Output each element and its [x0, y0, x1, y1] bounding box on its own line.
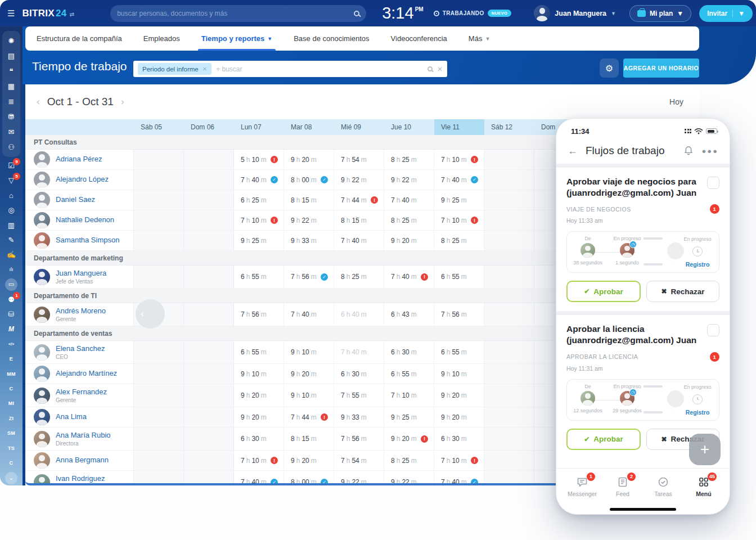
time-cell[interactable]: 6h40m: [334, 303, 384, 326]
registro-link[interactable]: Registro: [686, 409, 710, 416]
employee-cell[interactable]: Ana Lima: [25, 407, 134, 427]
time-cell[interactable]: [484, 303, 534, 326]
header-day-lun-07[interactable]: Lun 07: [234, 119, 284, 135]
phone-tab-feed[interactable]: Feed2: [606, 476, 639, 497]
time-cell[interactable]: 9h25m: [384, 407, 434, 427]
kanban-icon[interactable]: ▤: [3, 48, 19, 64]
work-clock[interactable]: 3:14 PM: [382, 5, 423, 21]
employee-name-link[interactable]: Alejandro López: [56, 175, 109, 184]
time-cell[interactable]: [184, 384, 234, 407]
overflow-menu-icon[interactable]: ●●●: [701, 147, 718, 155]
back-arrow-icon[interactable]: ←: [568, 145, 578, 157]
time-cell[interactable]: [184, 471, 234, 485]
employee-name-link[interactable]: Ana Lima: [56, 412, 87, 421]
time-cell[interactable]: 8h25m: [384, 451, 434, 470]
time-cell[interactable]: 8h25m: [384, 150, 434, 169]
employee-name-link[interactable]: Juan Manguera: [56, 269, 106, 278]
time-cell[interactable]: 8h15m: [284, 428, 334, 450]
user-menu[interactable]: Juan Manguera ▼: [534, 5, 616, 21]
time-cell[interactable]: 6h25m: [234, 190, 284, 210]
code-icon[interactable]: </>: [3, 336, 19, 351]
workflow-checkbox[interactable]: [707, 324, 719, 336]
time-cell[interactable]: 7h40m: [384, 190, 434, 210]
settings-button[interactable]: ⚙: [600, 58, 619, 78]
collapse-employees-handle[interactable]: ‹: [136, 299, 165, 328]
analytics-icon[interactable]: ılı: [3, 262, 19, 277]
floating-add-button[interactable]: +: [689, 434, 721, 465]
employee-name-link[interactable]: Ivan Rodriguez: [56, 474, 105, 483]
time-cell[interactable]: 9h10m: [284, 341, 334, 363]
time-cell[interactable]: [184, 364, 234, 384]
drive-icon[interactable]: ⛃: [3, 109, 19, 124]
time-cell[interactable]: [134, 341, 184, 363]
employee-name-link[interactable]: Adriana Pérez: [56, 155, 102, 164]
contract-icon[interactable]: ✎: [3, 232, 19, 247]
filter-chip[interactable]: Periodo del informe ✕: [138, 63, 212, 75]
time-cell[interactable]: [184, 341, 234, 363]
search-icon[interactable]: [354, 11, 359, 16]
employee-name-link[interactable]: Alejandro Martínez: [56, 369, 117, 378]
home-indicator[interactable]: [556, 504, 730, 514]
next-period-icon[interactable]: ›: [121, 96, 124, 107]
time-cell[interactable]: [134, 190, 184, 210]
time-cell[interactable]: 7h44m!: [334, 190, 384, 210]
time-cell[interactable]: 7h10m!: [234, 451, 284, 470]
time-cell[interactable]: [484, 428, 534, 450]
time-cell[interactable]: 9h20m!: [384, 428, 434, 450]
time-cell[interactable]: [134, 150, 184, 169]
time-cell[interactable]: 7h40m✓: [234, 170, 284, 190]
time-cell[interactable]: 9h22m: [334, 170, 384, 190]
time-cell[interactable]: [484, 210, 534, 230]
hamburger-menu-icon[interactable]: ☰: [7, 8, 15, 19]
time-cell[interactable]: [134, 364, 184, 384]
time-cell[interactable]: [184, 407, 234, 427]
employee-name-link[interactable]: Alex Fernandez: [56, 388, 107, 397]
time-cell[interactable]: [184, 303, 234, 326]
time-cell[interactable]: 6h30m: [384, 341, 434, 363]
time-cell[interactable]: 9h10m: [234, 364, 284, 384]
time-cell[interactable]: 9h20m: [234, 407, 284, 427]
time-cell[interactable]: [184, 210, 234, 230]
time-cell[interactable]: 6h55m: [434, 266, 484, 288]
employee-cell[interactable]: Anna Bergmann: [25, 451, 134, 470]
employee-name-link[interactable]: Ana María Rubio: [56, 431, 111, 440]
time-cell[interactable]: 9h20m: [284, 451, 334, 470]
time-cell[interactable]: [484, 384, 534, 407]
phone-tab-messenger[interactable]: Messenger1: [566, 476, 598, 497]
cart-icon[interactable]: ▥: [3, 218, 19, 232]
employee-name-link[interactable]: Anna Bergmann: [56, 456, 109, 465]
filter-bar[interactable]: Periodo del informe ✕ + buscar ✕: [133, 61, 447, 77]
time-cell[interactable]: 9h22m: [284, 210, 334, 230]
time-cell[interactable]: 6h55m: [384, 364, 434, 384]
time-cell[interactable]: [134, 384, 184, 407]
time-cell[interactable]: 9h20m: [284, 364, 334, 384]
reject-button[interactable]: ✖Rechazar: [646, 281, 719, 302]
time-cell[interactable]: [484, 150, 534, 169]
employee-cell[interactable]: Adriana Pérez: [25, 150, 134, 169]
prev-period-icon[interactable]: ‹: [37, 96, 40, 107]
time-cell[interactable]: 9h33m: [284, 231, 334, 250]
search-input[interactable]: [117, 10, 349, 17]
time-cell[interactable]: 7h56m: [334, 428, 384, 450]
employee-cell[interactable]: Alejandro López: [25, 170, 134, 190]
invite-button[interactable]: Invitar ▼: [699, 5, 753, 22]
time-cell[interactable]: 7h54m: [334, 451, 384, 470]
sign-icon[interactable]: ✍: [3, 248, 19, 262]
time-cell[interactable]: [184, 231, 234, 250]
messenger-icon[interactable]: ❝: [3, 64, 19, 79]
my-plan-button[interactable]: Mi plan ▼: [629, 5, 691, 22]
time-cell[interactable]: [484, 266, 534, 288]
filter-clear-icon[interactable]: ✕: [437, 65, 443, 73]
sidebar-item-c[interactable]: C: [3, 381, 19, 396]
employee-cell[interactable]: Ivan RodriguezDirector, Gerente: [25, 471, 134, 485]
sidebar-item-e[interactable]: E: [3, 352, 19, 366]
sidebar-item-mi[interactable]: MI: [3, 396, 19, 411]
time-cell[interactable]: 7h56m: [434, 303, 484, 326]
time-cell[interactable]: [134, 428, 184, 450]
employee-name-link[interactable]: Samantha Simpson: [56, 236, 119, 245]
time-cell[interactable]: 7h44m!: [284, 407, 334, 427]
time-cell[interactable]: 9h10m: [434, 364, 484, 384]
sidebar-item-zi[interactable]: ZI: [3, 411, 19, 426]
time-cell[interactable]: 7h40m✓: [234, 471, 284, 485]
header-day-mi-09[interactable]: Mié 09: [334, 119, 384, 135]
